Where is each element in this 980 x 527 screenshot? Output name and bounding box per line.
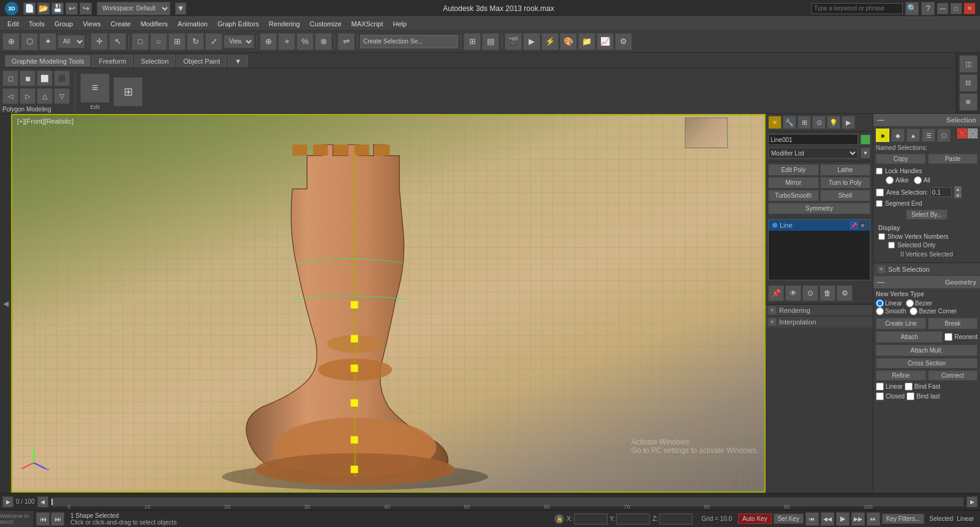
tab-more[interactable]: ▼: [228, 55, 248, 67]
cross-section-btn[interactable]: Cross Section: [876, 358, 978, 368]
area-selection-checkbox[interactable]: [876, 189, 884, 196]
g-tool-7[interactable]: △: [37, 88, 53, 104]
soft-selection-header[interactable]: + Soft Selection: [873, 263, 980, 275]
select-region-btn[interactable]: ⬡: [21, 33, 38, 50]
transform-btn[interactable]: ⊞: [168, 33, 186, 50]
spinner-snap-btn[interactable]: ⊗: [315, 33, 332, 50]
show-vertex-checkbox[interactable]: [878, 233, 885, 240]
edit-poly-btn[interactable]: Edit Poly: [768, 164, 819, 176]
transport-next-key[interactable]: ▶▶: [851, 512, 865, 526]
timeline-right-btn[interactable]: ▶: [967, 496, 978, 507]
menu-create[interactable]: Create: [105, 19, 135, 29]
scene-explorer-btn[interactable]: 📁: [578, 33, 595, 50]
g-tool-3[interactable]: ⬜: [37, 70, 53, 86]
stack-item-line[interactable]: Line 📌 ⊞: [769, 220, 870, 231]
rect-select-btn[interactable]: □: [132, 33, 149, 50]
minimize-btn[interactable]: —: [937, 3, 948, 14]
circle-select-btn[interactable]: ○: [150, 33, 167, 50]
all-radio-label[interactable]: All: [914, 176, 930, 184]
show-result-btn[interactable]: 👁: [785, 285, 801, 301]
object-name-input[interactable]: [768, 134, 858, 145]
bezier-corner-radio-label[interactable]: Bezier Corner: [910, 307, 957, 315]
g-tool-4[interactable]: ⬛: [54, 70, 70, 86]
g-tool-1[interactable]: ◻: [2, 70, 18, 86]
set-key-btn[interactable]: Set Key: [774, 514, 804, 524]
render-frame-btn[interactable]: ▶: [523, 33, 540, 50]
quick-render-btn[interactable]: ⚡: [541, 33, 559, 50]
menu-edit[interactable]: Edit: [2, 19, 24, 29]
lathe-btn[interactable]: Lathe: [820, 164, 871, 176]
search-btn[interactable]: 🔍: [905, 2, 919, 15]
search-input[interactable]: [811, 3, 903, 14]
tab-selection[interactable]: Selection: [134, 55, 175, 67]
redo-btn[interactable]: ↪: [80, 2, 92, 15]
all-radio[interactable]: [914, 176, 922, 184]
filter-dropdown[interactable]: All: [58, 35, 85, 48]
motion-panel-btn[interactable]: ⊙: [812, 116, 826, 129]
bind-fast-chk[interactable]: [905, 383, 913, 391]
coord-lock-btn[interactable]: 🔒: [554, 514, 564, 524]
select-filter-btn[interactable]: ✦: [39, 33, 56, 50]
closed-chk[interactable]: [876, 392, 884, 400]
select-object-btn[interactable]: ⊕: [2, 33, 20, 50]
stack-pin-btn[interactable]: 📌: [850, 222, 858, 229]
turn-to-poly-btn[interactable]: Turn to Poly: [820, 177, 871, 189]
modifier-list-dropdown[interactable]: Modifier List: [768, 148, 858, 159]
g-tool-5[interactable]: ◁: [2, 88, 18, 104]
layer-btn[interactable]: ▤: [482, 33, 499, 50]
reorient-checkbox[interactable]: [944, 333, 952, 341]
attach-btn[interactable]: Attach: [876, 331, 943, 343]
modify-panel-btn[interactable]: 🔧: [783, 116, 796, 129]
key-filters-btn[interactable]: Key Filters...: [882, 514, 925, 524]
symmetry-btn[interactable]: Symmetry: [768, 203, 870, 214]
menu-modifiers[interactable]: Modifiers: [135, 19, 173, 29]
snap-btn[interactable]: ⊕: [260, 33, 277, 50]
g-right-1[interactable]: ◫: [959, 55, 978, 73]
undo-btn[interactable]: ↩: [66, 2, 78, 15]
paste-selection-btn[interactable]: Paste: [928, 154, 978, 164]
maximize-btn[interactable]: □: [951, 3, 962, 14]
settings-btn[interactable]: ⚙: [615, 33, 632, 50]
create-panel-btn[interactable]: ☀: [768, 116, 782, 129]
pin-stack-btn[interactable]: 📌: [768, 285, 784, 301]
transport-next-frame[interactable]: ⏭: [867, 512, 880, 526]
menu-group[interactable]: Group: [50, 19, 78, 29]
sel-icon-face[interactable]: ▲: [907, 129, 920, 142]
selection-section-header[interactable]: — Selection: [873, 114, 980, 126]
z-input[interactable]: [659, 514, 693, 525]
polygon-modeling-label[interactable]: Polygon Modeling: [2, 106, 70, 113]
save-file-btn[interactable]: 💾: [51, 2, 64, 15]
segment-end-checkbox[interactable]: [876, 200, 883, 207]
create-selection-input[interactable]: [360, 35, 458, 48]
tab-graphite-modeling[interactable]: Graphite Modeling Tools: [5, 55, 91, 67]
menu-rendering[interactable]: Rendering: [264, 19, 305, 29]
new-file-btn[interactable]: 📄: [23, 2, 36, 15]
bind-last-chk[interactable]: [907, 392, 914, 400]
g-tool-2[interactable]: ◼: [20, 70, 36, 86]
transport-prev-frame[interactable]: ⏮: [805, 512, 819, 526]
g-tool-6[interactable]: ▷: [20, 88, 36, 104]
refine-btn[interactable]: Refine: [876, 370, 926, 381]
g-large-1[interactable]: ≡: [80, 73, 110, 103]
soft-sel-expand-btn[interactable]: +: [877, 265, 886, 274]
geometry-section-header[interactable]: — Geometry: [873, 276, 980, 288]
linear-radio[interactable]: [876, 299, 884, 307]
display-panel-btn[interactable]: 💡: [827, 116, 840, 129]
sel-icon-edge[interactable]: ◆: [891, 129, 905, 142]
bezier-corner-radio[interactable]: [910, 307, 918, 315]
sel-icon-red[interactable]: ❌: [957, 129, 967, 138]
lock-handles-checkbox[interactable]: [876, 168, 883, 174]
render-setup-btn[interactable]: 🎬: [505, 33, 522, 50]
remove-modifier-btn[interactable]: 🗑: [820, 285, 835, 301]
menu-tools[interactable]: Tools: [24, 19, 50, 29]
bezier-radio[interactable]: [906, 299, 914, 307]
g-right-2[interactable]: ⊟: [959, 74, 978, 92]
mirror-btn[interactable]: ⇌: [337, 33, 355, 50]
attach-mult-btn[interactable]: Attach Mult.: [876, 345, 978, 356]
sel-icon-element[interactable]: ⬡: [937, 129, 951, 142]
sel-icon-vertex[interactable]: ■: [876, 129, 889, 142]
tab-freeform[interactable]: Freeform: [92, 55, 133, 67]
interpolation-expand[interactable]: + Interpolation: [766, 316, 873, 327]
x-input[interactable]: [574, 514, 608, 525]
stack-expand-btn[interactable]: ⊞: [859, 222, 866, 229]
